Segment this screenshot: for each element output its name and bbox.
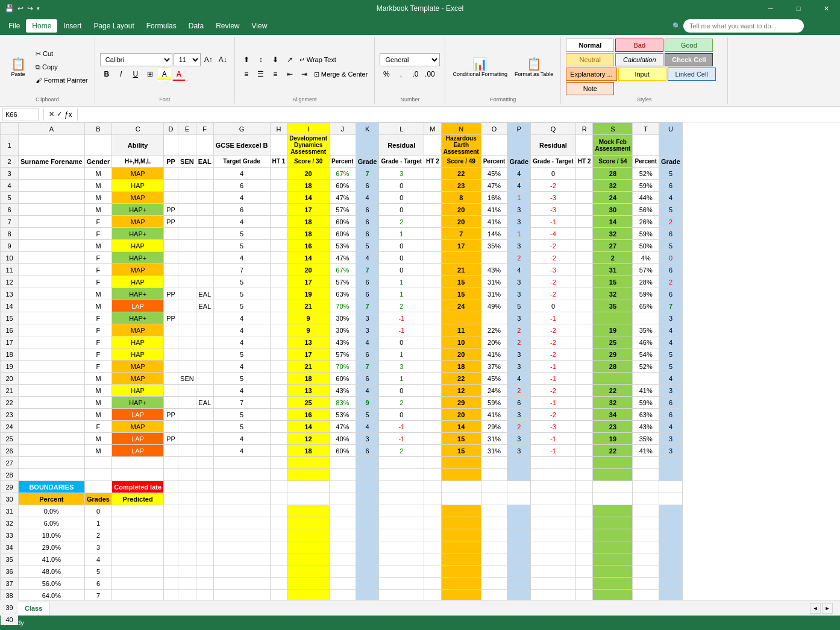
cell-p6[interactable]: 3 — [507, 204, 531, 216]
cell-m22[interactable] — [424, 397, 442, 409]
cell-c26[interactable]: LAP — [112, 445, 164, 457]
cell-a33[interactable]: 18.0% — [19, 529, 85, 541]
cell-c31[interactable] — [112, 505, 164, 517]
cell-s28[interactable] — [593, 469, 633, 481]
cut-button[interactable]: ✂ Cut — [34, 48, 90, 60]
cell-m9[interactable] — [424, 240, 442, 252]
cell-a19[interactable] — [19, 361, 85, 373]
cell-q22[interactable]: -1 — [531, 397, 576, 409]
cell-j18[interactable]: 57% — [330, 348, 356, 361]
cell-l12[interactable]: 1 — [379, 276, 424, 288]
cell-g26[interactable]: 4 — [213, 445, 270, 457]
cell-s5[interactable]: 24 — [593, 192, 633, 204]
cell-s23[interactable]: 34 — [593, 409, 633, 421]
cell-f1[interactable] — [196, 135, 213, 156]
cell-n5[interactable]: 8 — [441, 192, 481, 204]
cell-q19[interactable]: -1 — [531, 361, 576, 373]
cell-d13[interactable]: PP — [164, 288, 178, 300]
cell-f5[interactable] — [196, 192, 213, 204]
cell-c25[interactable]: LAP — [112, 433, 164, 445]
cell-u35[interactable] — [659, 553, 683, 565]
cell-t34[interactable] — [633, 541, 659, 553]
menu-file[interactable]: File — [2, 19, 26, 33]
cell-q9[interactable]: -2 — [531, 240, 576, 252]
cell-q12[interactable]: -2 — [531, 276, 576, 288]
cell-p28[interactable] — [507, 469, 531, 481]
cell-c4[interactable]: HAP — [112, 180, 164, 192]
cell-d2[interactable]: PP — [164, 156, 178, 168]
undo-icon[interactable]: ↩ — [17, 4, 24, 13]
cell-t16[interactable]: 35% — [633, 324, 659, 336]
cell-r26[interactable] — [575, 445, 593, 457]
cell-d35[interactable] — [164, 553, 178, 565]
cell-n25[interactable]: 15 — [441, 433, 481, 445]
menu-insert[interactable]: Insert — [57, 19, 87, 33]
cell-d27[interactable] — [164, 457, 178, 469]
cell-a18[interactable] — [19, 348, 85, 361]
cell-c12[interactable]: HAP — [112, 276, 164, 288]
cell-h6[interactable] — [270, 204, 287, 216]
cell-p11[interactable]: 4 — [507, 264, 531, 276]
cell-u4[interactable]: 6 — [659, 180, 683, 192]
fill-color-button[interactable]: A — [158, 68, 171, 81]
cell-n36[interactable] — [441, 565, 481, 578]
cell-m31[interactable] — [424, 505, 442, 517]
cell-u31[interactable] — [659, 505, 683, 517]
cell-t19[interactable]: 52% — [633, 361, 659, 373]
cell-r19[interactable] — [575, 361, 593, 373]
cell-k37[interactable] — [356, 578, 379, 590]
cell-r10[interactable] — [575, 252, 593, 264]
cell-l10[interactable]: 0 — [379, 252, 424, 264]
cell-p35[interactable] — [507, 553, 531, 565]
cell-h17[interactable] — [270, 336, 287, 348]
comma-button[interactable]: , — [394, 68, 407, 81]
cell-k2[interactable]: Grade — [356, 156, 379, 168]
cell-k1[interactable] — [356, 135, 379, 156]
cell-d11[interactable] — [164, 264, 178, 276]
insert-function-icon[interactable]: ƒx — [64, 110, 72, 119]
cell-o21[interactable]: 24% — [481, 385, 507, 397]
cell-u12[interactable]: 2 — [659, 276, 683, 288]
close-button[interactable]: ✕ — [812, 0, 840, 17]
cell-f23[interactable] — [196, 409, 213, 421]
cell-c3[interactable]: MAP — [112, 168, 164, 180]
cell-r6[interactable] — [575, 204, 593, 216]
cell-g11[interactable]: 7 — [213, 264, 270, 276]
cell-o32[interactable] — [481, 517, 507, 529]
cell-i31[interactable] — [287, 505, 330, 517]
cell-l23[interactable]: 0 — [379, 409, 424, 421]
cell-b12[interactable]: F — [84, 276, 112, 288]
cell-m29[interactable] — [424, 481, 442, 493]
cell-j24[interactable]: 47% — [330, 421, 356, 433]
cell-r7[interactable] — [575, 216, 593, 228]
cell-o25[interactable]: 31% — [481, 433, 507, 445]
cell-k20[interactable]: 6 — [356, 373, 379, 385]
cell-b32[interactable]: 1 — [84, 517, 112, 529]
cell-j20[interactable]: 60% — [330, 373, 356, 385]
number-format-select[interactable]: General — [380, 53, 440, 66]
cell-e25[interactable] — [178, 433, 196, 445]
cell-c19[interactable]: MAP — [112, 361, 164, 373]
cell-m26[interactable] — [424, 445, 442, 457]
col-header-l[interactable]: L — [379, 123, 424, 135]
cell-q7[interactable]: -1 — [531, 216, 576, 228]
cell-a4[interactable] — [19, 180, 85, 192]
cell-f7[interactable] — [196, 216, 213, 228]
cell-l28[interactable] — [379, 469, 424, 481]
cell-f17[interactable] — [196, 336, 213, 348]
cell-t5[interactable]: 44% — [633, 192, 659, 204]
cell-h27[interactable] — [270, 457, 287, 469]
cell-h37[interactable] — [270, 578, 287, 590]
cell-u32[interactable] — [659, 517, 683, 529]
cell-j32[interactable] — [330, 517, 356, 529]
cell-i36[interactable] — [287, 565, 330, 578]
cell-r24[interactable] — [575, 421, 593, 433]
cell-i11[interactable]: 20 — [287, 264, 330, 276]
cell-u25[interactable]: 3 — [659, 433, 683, 445]
cell-b3[interactable]: M — [84, 168, 112, 180]
cell-u24[interactable]: 4 — [659, 421, 683, 433]
col-header-s[interactable]: S — [593, 123, 633, 135]
cell-d37[interactable] — [164, 578, 178, 590]
cell-q1[interactable]: Residual — [531, 135, 576, 156]
indent-increase-button[interactable]: ⇥ — [298, 68, 311, 81]
